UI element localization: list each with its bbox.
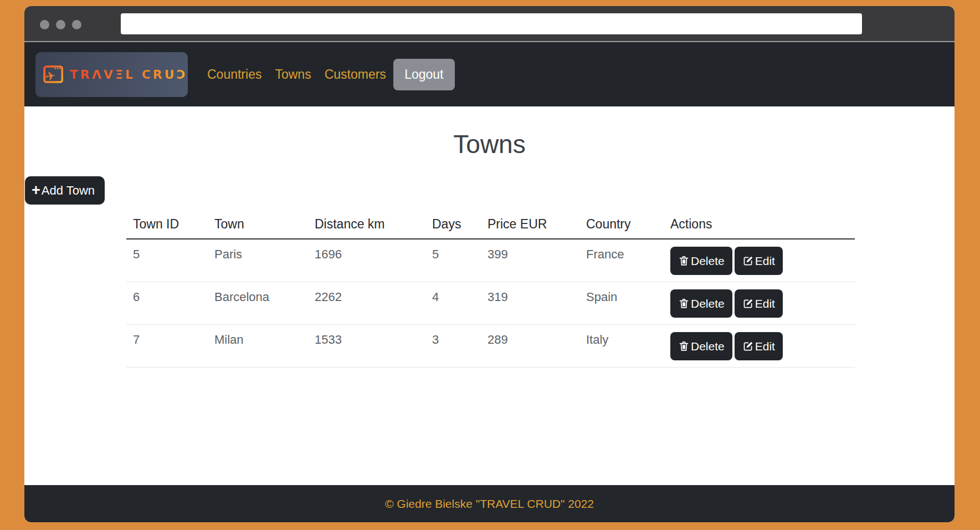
travel-app-icon: ✈ [43, 57, 63, 91]
cell-town-id: 7 [126, 325, 208, 368]
page-footer: © Giedre Bielske "TRAVEL CRUD" 2022 [24, 485, 955, 522]
nav-item-towns[interactable]: Towns [275, 67, 311, 81]
edit-icon [742, 298, 754, 309]
add-town-label: Add Town [42, 184, 95, 198]
copyright-text: © Giedre Bielske "TRAVEL CRUD" 2022 [385, 497, 594, 511]
cell-price: 289 [481, 325, 579, 368]
cell-town: Paris [208, 239, 308, 282]
brand-title: TRΛVΞL CRUƆ [70, 68, 188, 81]
cell-price: 399 [481, 239, 579, 282]
trash-icon [678, 255, 690, 267]
delete-button[interactable]: Delete [670, 289, 732, 318]
col-header-town: Town [208, 212, 308, 239]
towns-table: Town ID Town Distance km Days Price EUR … [126, 212, 855, 368]
col-header-town-id: Town ID [126, 212, 208, 239]
col-header-days: Days [425, 212, 481, 239]
cell-distance: 1696 [308, 239, 425, 282]
add-town-button[interactable]: + Add Town [25, 176, 105, 205]
col-header-actions: Actions [664, 212, 855, 239]
window-control-dot-icon [72, 20, 81, 29]
nav-item-countries[interactable]: Countries [207, 67, 261, 81]
cell-price: 319 [481, 282, 579, 325]
edit-button[interactable]: Edit [735, 332, 783, 360]
main-navbar: ✈ TRΛVΞL CRUƆ Countries Towns Customers … [24, 42, 955, 106]
cell-country: Spain [579, 282, 664, 325]
window-control-dot-icon [40, 20, 49, 29]
delete-label: Delete [691, 254, 725, 268]
cell-days: 4 [425, 282, 481, 325]
delete-label: Delete [691, 297, 725, 310]
cell-town: Milan [208, 325, 308, 368]
col-header-price: Price EUR [481, 212, 579, 239]
col-header-country: Country [579, 212, 664, 239]
plus-icon: + [32, 183, 40, 198]
delete-button[interactable]: Delete [670, 332, 732, 360]
edit-label: Edit [755, 254, 775, 268]
cell-actions: Delete Edit [664, 325, 855, 368]
cell-days: 5 [425, 239, 481, 282]
edit-button[interactable]: Edit [735, 247, 783, 275]
col-header-distance: Distance km [308, 212, 425, 239]
browser-chrome [24, 6, 955, 42]
cell-town-id: 6 [126, 282, 208, 325]
edit-icon [742, 340, 754, 352]
cell-country: France [579, 239, 664, 282]
cell-distance: 2262 [308, 282, 425, 325]
edit-label: Edit [755, 340, 775, 353]
edit-icon [742, 255, 754, 267]
table-row: 7 Milan 1533 3 289 Italy Delete [126, 325, 855, 368]
logout-button[interactable]: Logout [393, 59, 455, 90]
delete-label: Delete [691, 340, 725, 353]
address-bar-input[interactable] [121, 13, 862, 34]
window-control-dot-icon [56, 20, 65, 29]
table-row: 5 Paris 1696 5 399 France Delete [126, 239, 855, 282]
table-row: 6 Barcelona 2262 4 319 Spain Delete [126, 282, 855, 325]
brand-logo[interactable]: ✈ TRΛVΞL CRUƆ [35, 52, 188, 97]
page-title: Towns [24, 130, 955, 159]
edit-label: Edit [755, 297, 775, 310]
svg-text:✈: ✈ [44, 68, 56, 84]
main-content: Towns + Add Town Town ID Town Distance k… [24, 106, 955, 485]
browser-window: ✈ TRΛVΞL CRUƆ Countries Towns Customers … [24, 6, 955, 522]
cell-actions: Delete Edit [664, 239, 855, 282]
table-header-row: Town ID Town Distance km Days Price EUR … [126, 212, 855, 239]
cell-days: 3 [425, 325, 481, 368]
nav-item-customers[interactable]: Customers [325, 67, 386, 81]
cell-distance: 1533 [308, 325, 425, 368]
nav-links: Countries Towns Customers [207, 67, 386, 82]
delete-button[interactable]: Delete [670, 247, 732, 275]
cell-actions: Delete Edit [664, 282, 855, 325]
cell-country: Italy [579, 325, 664, 368]
cell-town: Barcelona [208, 282, 308, 325]
trash-icon [678, 340, 690, 352]
edit-button[interactable]: Edit [735, 289, 783, 318]
trash-icon [678, 298, 690, 309]
cell-town-id: 5 [126, 239, 208, 282]
